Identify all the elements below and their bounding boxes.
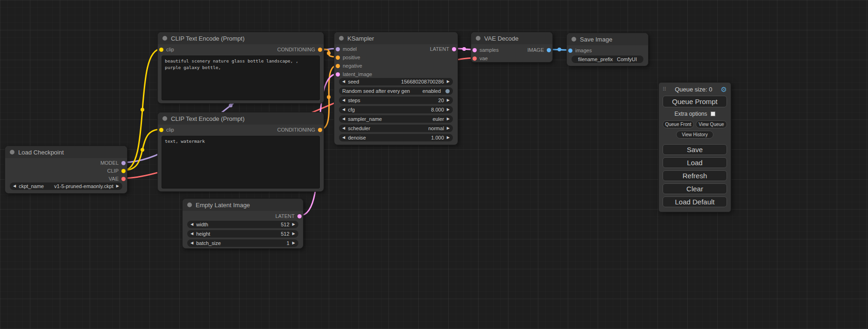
node-vae-decode[interactable]: VAE Decode samples IMAGE vae <box>471 32 553 63</box>
positive-prompt-textarea[interactable]: beautiful scenery nature glass bottle la… <box>162 56 320 100</box>
save-button[interactable]: Save <box>663 144 727 155</box>
increment-arrow-icon[interactable]: ▶ <box>292 223 295 226</box>
node-ksampler[interactable]: KSampler model LATENT positive negative … <box>334 32 458 145</box>
increment-arrow-icon[interactable]: ▶ <box>447 98 450 102</box>
widget-label: width <box>196 222 208 227</box>
decrement-arrow-icon[interactable]: ◀ <box>191 241 193 245</box>
increment-arrow-icon[interactable]: ▶ <box>447 80 450 84</box>
node-title-bar[interactable]: Load Checkpoint <box>5 146 127 158</box>
widget-value: v1-5-pruned-emaonly.ckpt <box>54 183 113 189</box>
increment-arrow-icon[interactable]: ▶ <box>292 232 295 236</box>
collapse-dot-icon[interactable] <box>162 36 167 41</box>
steps-widget[interactable]: ◀ steps 20 ▶ <box>339 97 453 104</box>
vae-port-dot-icon[interactable] <box>121 177 126 181</box>
clear-button[interactable]: Clear <box>663 183 727 194</box>
prev-option-arrow-icon[interactable]: ◀ <box>342 117 345 121</box>
node-clip-text-encode-positive[interactable]: CLIP Text Encode (Prompt) clip CONDITION… <box>157 32 324 104</box>
decrement-arrow-icon[interactable]: ◀ <box>342 136 345 140</box>
model-port-dot-icon[interactable] <box>121 161 126 165</box>
node-save-image[interactable]: Save Image images filename_prefix ComfyU… <box>566 33 649 66</box>
link-clip-to-positive-encode <box>124 49 161 170</box>
queue-prompt-button[interactable]: Queue Prompt <box>663 96 727 107</box>
batch-size-widget[interactable]: ◀ batch_size 1 ▶ <box>187 239 298 247</box>
scheduler-widget[interactable]: ◀ scheduler normal ▶ <box>339 125 453 132</box>
increment-arrow-icon[interactable]: ▶ <box>292 241 295 245</box>
clip-port-dot-icon[interactable] <box>159 48 163 52</box>
latent-port-dot-icon[interactable] <box>473 48 477 52</box>
collapse-dot-icon[interactable] <box>476 36 480 41</box>
cfg-widget[interactable]: ◀ cfg 8.000 ▶ <box>339 106 453 113</box>
collapse-dot-icon[interactable] <box>187 203 192 207</box>
seed-widget[interactable]: ◀ seed 156680208700286 ▶ <box>339 78 453 85</box>
latent-port-dot-icon[interactable] <box>452 47 456 51</box>
queue-front-button[interactable]: Queue Front <box>663 120 694 128</box>
filename-prefix-widget[interactable]: filename_prefix ComfyUI <box>572 56 643 63</box>
node-title-bar[interactable]: Empty Latent Image <box>183 199 303 211</box>
image-port-dot-icon[interactable] <box>547 48 551 52</box>
increment-arrow-icon[interactable]: ▶ <box>447 136 450 140</box>
latent-port-dot-icon[interactable] <box>297 214 302 218</box>
height-widget[interactable]: ◀ height 512 ▶ <box>187 230 298 238</box>
clip-port-dot-icon[interactable] <box>121 169 126 173</box>
random-seed-toggle-widget[interactable]: Random seed after every gen enabled <box>339 87 453 95</box>
load-default-button[interactable]: Load Default <box>663 196 727 207</box>
view-history-button[interactable]: View History <box>676 131 713 139</box>
graph-canvas[interactable]: { "icons": { "arrow_left": "◀", "arrow_r… <box>0 0 868 329</box>
link-midpoint-dot <box>327 51 331 55</box>
denoise-widget[interactable]: ◀ denoise 1.000 ▶ <box>339 134 453 141</box>
load-button[interactable]: Load <box>663 157 727 168</box>
image-port-dot-icon[interactable] <box>568 49 572 53</box>
node-title-bar[interactable]: CLIP Text Encode (Prompt) <box>158 112 324 125</box>
port-clip-output: CLIP <box>107 168 126 174</box>
decrement-arrow-icon[interactable]: ◀ <box>191 223 193 226</box>
decrement-arrow-icon[interactable]: ◀ <box>342 108 345 112</box>
conditioning-port-dot-icon[interactable] <box>336 64 340 68</box>
vae-port-dot-icon[interactable] <box>473 56 477 61</box>
prev-option-arrow-icon[interactable]: ◀ <box>342 126 345 130</box>
width-widget[interactable]: ◀ width 512 ▶ <box>187 221 298 228</box>
sampler-name-widget[interactable]: ◀ sampler_name euler ▶ <box>339 115 453 123</box>
node-title-bar[interactable]: CLIP Text Encode (Prompt) <box>158 32 324 44</box>
negative-prompt-textarea[interactable]: text, watermark <box>162 136 320 189</box>
collapse-dot-icon[interactable] <box>162 116 167 121</box>
node-load-checkpoint[interactable]: Load Checkpoint MODEL CLIP VAE ◀ ckpt_na… <box>5 146 127 194</box>
collapse-dot-icon[interactable] <box>339 36 344 41</box>
toggle-dot-icon[interactable] <box>445 89 450 93</box>
decrement-arrow-icon[interactable]: ◀ <box>191 232 193 236</box>
node-title: CLIP Text Encode (Prompt) <box>171 115 245 122</box>
view-queue-button[interactable]: View Queue <box>696 120 727 128</box>
next-option-arrow-icon[interactable]: ▶ <box>447 117 450 121</box>
port-label: latent_image <box>343 71 372 77</box>
node-title-bar[interactable]: Save Image <box>567 33 648 45</box>
collapse-dot-icon[interactable] <box>572 37 576 42</box>
next-option-arrow-icon[interactable]: ▶ <box>447 126 450 130</box>
conditioning-port-dot-icon[interactable] <box>318 128 322 132</box>
widget-label: scheduler <box>348 126 370 131</box>
latent-port-dot-icon[interactable] <box>336 72 340 77</box>
decrement-arrow-icon[interactable]: ◀ <box>342 80 345 84</box>
refresh-button[interactable]: Refresh <box>663 170 727 181</box>
drag-handle-icon[interactable]: ⠿ <box>663 86 666 92</box>
prev-option-arrow-icon[interactable]: ◀ <box>13 184 16 188</box>
settings-gear-icon[interactable]: ⚙ <box>721 86 727 93</box>
widget-value: 1 <box>287 240 289 246</box>
collapse-dot-icon[interactable] <box>10 150 14 154</box>
increment-arrow-icon[interactable]: ▶ <box>447 108 450 112</box>
port-model-input: model <box>336 46 357 52</box>
port-vae-input: vae <box>473 55 488 62</box>
node-clip-text-encode-negative[interactable]: CLIP Text Encode (Prompt) clip CONDITION… <box>157 112 324 192</box>
port-label: MODEL <box>100 160 119 166</box>
port-label: images <box>575 48 592 53</box>
widget-label: filename_prefix <box>578 56 613 62</box>
conditioning-port-dot-icon[interactable] <box>318 48 322 52</box>
extra-options-checkbox[interactable] <box>711 112 715 116</box>
node-title-bar[interactable]: KSampler <box>334 32 458 44</box>
node-title-bar[interactable]: VAE Decode <box>471 32 552 44</box>
model-port-dot-icon[interactable] <box>336 47 340 51</box>
conditioning-port-dot-icon[interactable] <box>336 56 340 60</box>
decrement-arrow-icon[interactable]: ◀ <box>342 98 345 102</box>
next-option-arrow-icon[interactable]: ▶ <box>116 184 119 188</box>
ckpt-name-widget[interactable]: ◀ ckpt_name v1-5-pruned-emaonly.ckpt ▶ <box>10 182 122 190</box>
node-empty-latent-image[interactable]: Empty Latent Image LATENT ◀ width 512 ▶ … <box>182 198 303 249</box>
clip-port-dot-icon[interactable] <box>159 128 163 132</box>
